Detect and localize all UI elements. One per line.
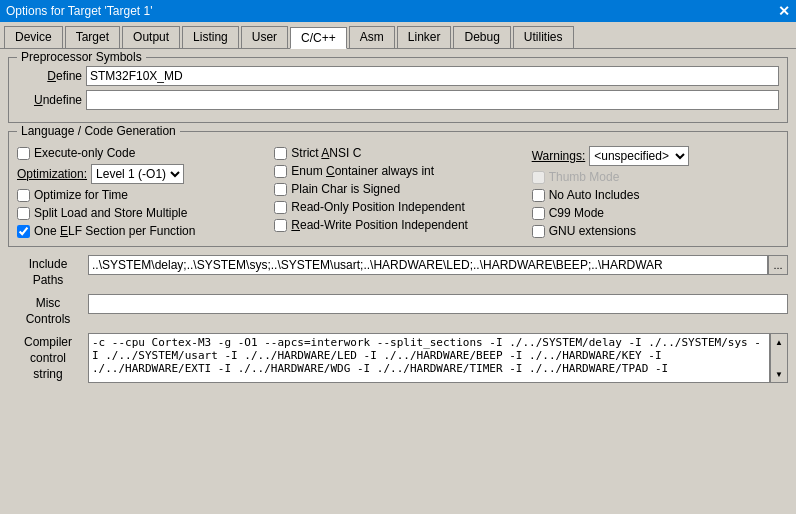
split-load-label: Split Load and Store Multiple bbox=[34, 206, 187, 220]
no-auto-includes-label: No Auto Includes bbox=[549, 188, 640, 202]
tab-asm[interactable]: Asm bbox=[349, 26, 395, 48]
enum-container-row: Enum Container always int bbox=[274, 164, 521, 178]
scroll-buttons: ▲ ▼ bbox=[770, 333, 788, 383]
compiler-control-label: Compilercontrolstring bbox=[8, 333, 88, 382]
split-load-check[interactable] bbox=[17, 207, 30, 220]
tab-listing[interactable]: Listing bbox=[182, 26, 239, 48]
execute-only-row: Execute-only Code bbox=[17, 146, 264, 160]
read-only-pos-check[interactable] bbox=[274, 201, 287, 214]
optimization-label: Optimization: bbox=[17, 167, 87, 181]
misc-controls-row: MiscControls bbox=[8, 294, 788, 327]
read-only-pos-row: Read-Only Position Independent bbox=[274, 200, 521, 214]
thumb-mode-check[interactable] bbox=[532, 171, 545, 184]
tab-bar: Device Target Output Listing User C/C++ … bbox=[0, 22, 796, 49]
gnu-extensions-row: GNU extensions bbox=[532, 224, 779, 238]
execute-only-check[interactable] bbox=[17, 147, 30, 160]
optimization-row: Optimization: Level 1 (-O1) bbox=[17, 164, 264, 184]
undefine-input[interactable] bbox=[86, 90, 779, 110]
read-write-pos-check[interactable] bbox=[274, 219, 287, 232]
split-load-row: Split Load and Store Multiple bbox=[17, 206, 264, 220]
strict-ansi-row: Strict ANSI C bbox=[274, 146, 521, 160]
no-auto-includes-check[interactable] bbox=[532, 189, 545, 202]
language-section: Execute-only Code Optimization: Level 1 … bbox=[17, 140, 779, 238]
title-bar: Options for Target 'Target 1' ✕ bbox=[0, 0, 796, 22]
optimize-time-check[interactable] bbox=[17, 189, 30, 202]
include-paths-input[interactable] bbox=[88, 255, 768, 275]
tab-user[interactable]: User bbox=[241, 26, 288, 48]
plain-char-row: Plain Char is Signed bbox=[274, 182, 521, 196]
thumb-mode-row: Thumb Mode bbox=[532, 170, 779, 184]
strict-ansi-label: Strict ANSI C bbox=[291, 146, 361, 160]
misc-controls-input[interactable] bbox=[88, 294, 788, 314]
enum-container-check[interactable] bbox=[274, 165, 287, 178]
compiler-control-row: Compilercontrolstring -c --cpu Cortex-M3… bbox=[8, 333, 788, 383]
language-col2: Strict ANSI C Enum Container always int … bbox=[274, 146, 521, 238]
tab-device[interactable]: Device bbox=[4, 26, 63, 48]
optimize-time-row: Optimize for Time bbox=[17, 188, 264, 202]
optimize-time-label: Optimize for Time bbox=[34, 188, 128, 202]
read-only-pos-label: Read-Only Position Independent bbox=[291, 200, 464, 214]
define-input[interactable] bbox=[86, 66, 779, 86]
define-row: Define bbox=[17, 66, 779, 86]
tab-debug[interactable]: Debug bbox=[453, 26, 510, 48]
enum-container-label: Enum Container always int bbox=[291, 164, 434, 178]
preprocessor-group: Preprocessor Symbols Define Undefine bbox=[8, 57, 788, 123]
compiler-control-wrapper: -c --cpu Cortex-M3 -g -O1 --apcs=interwo… bbox=[88, 333, 788, 383]
undefine-label: Undefine bbox=[17, 93, 82, 107]
language-col3: Warnings: <unspecified> Thumb Mode No Au… bbox=[532, 146, 779, 238]
preprocessor-title: Preprocessor Symbols bbox=[17, 50, 146, 64]
read-write-pos-label: Read-Write Position Independent bbox=[291, 218, 468, 232]
read-write-pos-row: Read-Write Position Independent bbox=[274, 218, 521, 232]
warnings-row: Warnings: <unspecified> bbox=[532, 146, 779, 166]
scroll-down-button[interactable]: ▼ bbox=[771, 366, 787, 382]
tab-output[interactable]: Output bbox=[122, 26, 180, 48]
language-title: Language / Code Generation bbox=[17, 124, 180, 138]
execute-only-label: Execute-only Code bbox=[34, 146, 135, 160]
optimization-select[interactable]: Level 1 (-O1) bbox=[91, 164, 184, 184]
undefine-row: Undefine bbox=[17, 90, 779, 110]
one-elf-row: One ELF Section per Function bbox=[17, 224, 264, 238]
tab-linker[interactable]: Linker bbox=[397, 26, 452, 48]
gnu-extensions-label: GNU extensions bbox=[549, 224, 636, 238]
main-content: Preprocessor Symbols Define Undefine Lan… bbox=[0, 49, 796, 397]
tab-utilities[interactable]: Utilities bbox=[513, 26, 574, 48]
plain-char-check[interactable] bbox=[274, 183, 287, 196]
include-paths-label: IncludePaths bbox=[8, 255, 88, 288]
tab-cpp[interactable]: C/C++ bbox=[290, 27, 347, 49]
include-paths-browse-button[interactable]: ... bbox=[768, 255, 788, 275]
language-group: Language / Code Generation Execute-only … bbox=[8, 131, 788, 247]
language-col1: Execute-only Code Optimization: Level 1 … bbox=[17, 146, 264, 238]
compiler-control-textarea[interactable]: -c --cpu Cortex-M3 -g -O1 --apcs=interwo… bbox=[88, 333, 770, 383]
no-auto-includes-row: No Auto Includes bbox=[532, 188, 779, 202]
one-elf-label: One ELF Section per Function bbox=[34, 224, 195, 238]
strict-ansi-check[interactable] bbox=[274, 147, 287, 160]
c99-mode-label: C99 Mode bbox=[549, 206, 604, 220]
tab-target[interactable]: Target bbox=[65, 26, 120, 48]
one-elf-check[interactable] bbox=[17, 225, 30, 238]
define-label: Define bbox=[17, 69, 82, 83]
thumb-mode-label: Thumb Mode bbox=[549, 170, 620, 184]
title-text: Options for Target 'Target 1' bbox=[6, 4, 152, 18]
warnings-select[interactable]: <unspecified> bbox=[589, 146, 689, 166]
misc-controls-label: MiscControls bbox=[8, 294, 88, 327]
gnu-extensions-check[interactable] bbox=[532, 225, 545, 238]
bottom-form: IncludePaths ... MiscControls Compilerco… bbox=[8, 255, 788, 383]
c99-mode-check[interactable] bbox=[532, 207, 545, 220]
scroll-up-button[interactable]: ▲ bbox=[771, 334, 787, 350]
include-paths-row: IncludePaths ... bbox=[8, 255, 788, 288]
warnings-label: Warnings: bbox=[532, 149, 586, 163]
close-button[interactable]: ✕ bbox=[778, 3, 790, 19]
c99-mode-row: C99 Mode bbox=[532, 206, 779, 220]
plain-char-label: Plain Char is Signed bbox=[291, 182, 400, 196]
